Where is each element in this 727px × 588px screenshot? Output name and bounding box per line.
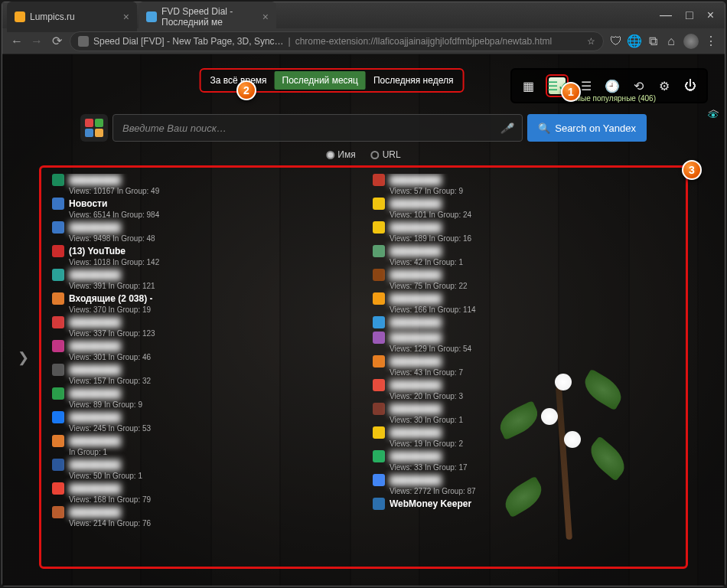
- shield-icon[interactable]: 🛡: [610, 35, 622, 47]
- favicon: [373, 498, 385, 510]
- forward-icon[interactable]: →: [30, 34, 44, 48]
- item-stats: Views: 166 In Group: 114: [373, 305, 675, 314]
- favicon: [52, 506, 64, 518]
- favicon: [52, 316, 64, 328]
- favicon: [373, 198, 385, 210]
- item-stats: Views: 245 In Group: 53: [52, 424, 354, 433]
- item-stats: Views: 1018 In Group: 142: [52, 258, 354, 266]
- radio-url[interactable]: URL: [371, 149, 401, 160]
- item-stats: Views: 30 In Group: 1: [373, 416, 675, 424]
- list-item[interactable]: ████████Views: 50 In Group: 1: [52, 459, 354, 480]
- bookmarks-col-left: ████████Views: 10167 In Group: 49Новости…: [52, 174, 354, 560]
- item-name: ████████: [390, 332, 481, 343]
- home-icon[interactable]: ⌂: [665, 35, 677, 47]
- list-item[interactable]: ████████Views: 166 In Group: 114: [373, 292, 675, 314]
- reload-icon[interactable]: ⟳: [50, 34, 64, 48]
- item-stats: Views: 189 In Group: 16: [373, 234, 675, 243]
- side-expand-icon[interactable]: ❯: [18, 349, 29, 366]
- item-name: ████████: [390, 380, 481, 390]
- list-item[interactable]: ████████Views: 337 In Group: 123: [52, 316, 354, 338]
- grid-icon[interactable]: ▦: [520, 77, 536, 94]
- maximize-button[interactable]: □: [686, 8, 693, 22]
- item-stats: Views: 43 In Group: 7: [373, 368, 675, 377]
- period-month[interactable]: Последний месяц: [275, 71, 366, 90]
- list-item[interactable]: ████████Views: 10167 In Group: 49: [52, 174, 354, 195]
- list-item[interactable]: (13) YouTubeViews: 1018 In Group: 142: [52, 245, 354, 266]
- favicon: [373, 221, 385, 234]
- period-week[interactable]: Последняя неделя: [366, 71, 461, 90]
- favicon: [373, 292, 385, 305]
- browser-tab[interactable]: Lumpics.ru ×: [7, 2, 137, 32]
- list-item[interactable]: WebMoney Keeper: [373, 498, 675, 511]
- search-button[interactable]: 🔍 Search on Yandex: [527, 114, 647, 142]
- browser-tab-active[interactable]: FVD Speed Dial - Последний ме ×: [139, 2, 276, 32]
- list-item[interactable]: ████████Views: 30 In Group: 1: [373, 403, 675, 424]
- list-item[interactable]: ████████Views: 75 In Group: 22: [373, 269, 675, 290]
- titlebar: Lumpics.ru × FVD Speed Dial - Последний …: [2, 2, 725, 28]
- list-item[interactable]: ████████Views: 20 In Group: 3: [373, 379, 675, 400]
- search-icon: 🔍: [538, 122, 550, 134]
- search-row: Введите Ваш поиск… 🎤 🔍 Search on Yandex: [80, 114, 647, 142]
- item-stats: Views: 157 In Group: 32: [52, 377, 354, 385]
- list-item[interactable]: ████████Views: 101 In Group: 24: [373, 198, 675, 219]
- profile-avatar[interactable]: [683, 34, 699, 49]
- close-button[interactable]: ×: [707, 8, 714, 22]
- minimize-button[interactable]: —: [660, 8, 672, 22]
- search-placeholder: Введите Ваш поиск…: [122, 122, 227, 134]
- mic-icon[interactable]: 🎤: [500, 122, 513, 134]
- tab-favicon: [146, 11, 157, 22]
- tab-title: Lumpics.ru: [30, 11, 75, 22]
- list-item[interactable]: ████████Views: 157 In Group: 32: [52, 364, 354, 385]
- list-item[interactable]: ████████Views: 129 In Group: 54: [373, 332, 675, 353]
- list-item[interactable]: ████████Views: 168 In Group: 79: [52, 482, 354, 504]
- close-icon[interactable]: ×: [123, 11, 129, 23]
- list-item[interactable]: ████████Views: 9498 In Group: 48: [52, 221, 354, 243]
- list-item[interactable]: ████████Views: 391 In Group: 121: [52, 269, 354, 290]
- list-item[interactable]: ████████Views: 214 In Group: 76: [52, 506, 354, 528]
- list-item[interactable]: ████████Views: 89 In Group: 9: [52, 387, 354, 409]
- power-icon[interactable]: ⏻: [682, 77, 699, 94]
- item-stats: Views: 33 In Group: 17: [373, 463, 675, 472]
- list-item[interactable]: ████████Views: 43 In Group: 7: [373, 355, 675, 377]
- list-item[interactable]: ████████Views: 57 In Group: 9: [373, 174, 675, 195]
- list-item[interactable]: ████████In Group: 1: [52, 435, 354, 456]
- list-item[interactable]: ████████Views: 189 In Group: 16: [373, 221, 675, 243]
- item-stats: Views: 6514 In Group: 984: [52, 211, 354, 219]
- item-name: ████████: [69, 459, 161, 470]
- item-name: WebMoney Keeper: [390, 498, 471, 509]
- speed-dial-logo: [80, 114, 108, 142]
- list-item[interactable]: НовостиViews: 6514 In Group: 984: [52, 198, 354, 219]
- history-icon[interactable]: 🕘: [604, 77, 621, 94]
- favicon: [373, 379, 385, 391]
- list-item[interactable]: ████████Views: 245 In Group: 53: [52, 411, 354, 433]
- item-stats: Views: 42 In Group: 1: [373, 258, 675, 266]
- favicon: [52, 482, 64, 495]
- globe-icon[interactable]: 🌐: [628, 35, 641, 47]
- list-item[interactable]: ████████Views: 42 In Group: 1: [373, 245, 675, 266]
- window-controls: — □ ×: [654, 8, 720, 22]
- menu-icon[interactable]: ⋮: [705, 35, 717, 47]
- list-item[interactable]: ████████Views: 19 In Group: 2: [373, 426, 675, 448]
- radio-name[interactable]: Имя: [326, 149, 355, 160]
- search-input[interactable]: Введите Ваш поиск… 🎤: [112, 114, 523, 142]
- addr-prefix: Speed Dial [FVD] - New Tab Page, 3D, Syn…: [93, 36, 284, 47]
- eye-icon[interactable]: 👁: [708, 109, 719, 122]
- item-name: ████████: [390, 356, 481, 367]
- item-name: ████████: [390, 270, 481, 280]
- address-input[interactable]: Speed Dial [FVD] - New Tab Page, 3D, Syn…: [70, 31, 604, 51]
- list-item[interactable]: ████████Views: 33 In Group: 17: [373, 450, 675, 472]
- list-item[interactable]: ████████: [373, 316, 675, 329]
- item-name: Входящие (2 038) -: [69, 293, 153, 304]
- list-item[interactable]: Входящие (2 038) -Views: 370 In Group: 1…: [52, 292, 354, 314]
- sync-icon[interactable]: ⟲: [630, 77, 647, 94]
- back-icon[interactable]: ←: [10, 34, 24, 48]
- item-stats: Views: 10167 In Group: 49: [52, 187, 354, 195]
- list-item[interactable]: ████████Views: 2772 In Group: 87: [373, 474, 675, 495]
- item-name: ████████: [390, 403, 481, 414]
- close-icon[interactable]: ×: [262, 11, 269, 23]
- star-icon[interactable]: ☆: [587, 36, 595, 47]
- favicon: [52, 459, 64, 471]
- cube-icon[interactable]: ⧉: [647, 35, 659, 47]
- list-item[interactable]: ████████Views: 301 In Group: 46: [52, 340, 354, 361]
- gear-icon[interactable]: ⚙: [656, 77, 673, 94]
